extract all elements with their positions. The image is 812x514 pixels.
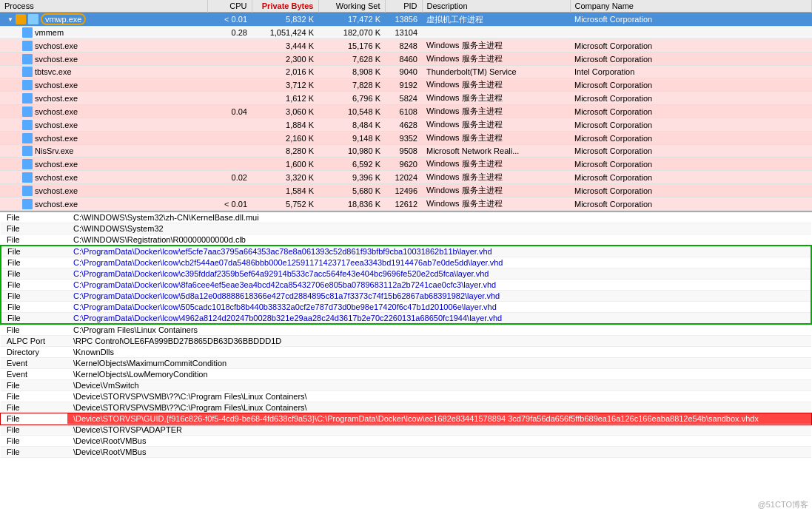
handle-type: File [1, 391, 67, 402]
process-name-cell: svchost.exe [0, 132, 207, 145]
col-cpu[interactable]: CPU [207, 0, 252, 13]
process-row[interactable]: svchost.exe3,444 K15,176 K8248Windows 服务… [0, 39, 812, 53]
process-working-set: 8,484 K [318, 118, 385, 132]
process-row[interactable]: svchost.exe1,884 K8,484 K4628Windows 服务主… [0, 118, 812, 132]
handle-row[interactable]: Event\KernelObjects\LowMemoryCondition [1, 369, 811, 380]
process-row[interactable]: svchost.exe< 0.015,752 K18,836 K12612Win… [0, 197, 812, 211]
handle-row[interactable]: FileC:\Program Files\Linux Containers [1, 324, 811, 336]
handle-type: File [1, 425, 67, 436]
process-company: Microsoft Corporation [570, 197, 812, 211]
handle-name: \Device\RootVMBus [67, 447, 811, 458]
handle-row[interactable]: FileC:\WINDOWS\System32\zh-CN\KernelBase… [1, 212, 811, 223]
handle-row[interactable]: Directory\KnownDlls [1, 347, 811, 358]
process-cpu [207, 92, 252, 105]
process-name-text: svchost.exe [35, 107, 78, 116]
handle-row[interactable]: FileC:\ProgramData\Docker\lcow\c395fddaf… [1, 268, 811, 280]
process-icon [22, 41, 33, 51]
col-pid[interactable]: PID [385, 0, 422, 13]
handle-name: C:\ProgramData\Docker\lcow\cb2f544ae07da… [67, 257, 811, 268]
process-row[interactable]: svchost.exe2,300 K7,628 K8460Windows 服务主… [0, 53, 812, 66]
handle-name: \Device\STORVSP\GUID,{f916c826-f0f5-4cd9… [67, 413, 811, 425]
process-pid: 9352 [385, 132, 422, 145]
handle-row[interactable]: File\Device\STORVSP\GUID,{f916c826-f0f5-… [1, 413, 811, 425]
expand-icon[interactable]: ▼ [7, 16, 13, 23]
handle-type: File [1, 436, 67, 447]
handle-name: \Device\RootVMBus [67, 436, 811, 447]
process-description: 虚拟机工作进程 [422, 13, 570, 27]
process-private-bytes: 1,584 K [252, 184, 318, 197]
process-row[interactable]: vmmem0.281,051,424 K182,070 K13104 [0, 27, 812, 39]
handle-row[interactable]: FileC:\ProgramData\Docker\lcow\4962a8124… [1, 313, 811, 325]
process-row[interactable]: svchost.exe0.023,320 K9,396 K12024Window… [0, 171, 812, 184]
process-working-set: 10,980 K [318, 145, 385, 158]
process-row[interactable]: ▼vmwp.exe< 0.015,832 K17,472 K13856虚拟机工作… [0, 13, 812, 27]
process-icon [22, 199, 33, 209]
process-name-cell: svchost.exe [0, 105, 207, 118]
handle-row[interactable]: File\Device\VmSwitch [1, 380, 811, 391]
handle-row[interactable]: File\Device\RootVMBus [1, 436, 811, 447]
process-name-text: svchost.exe [35, 200, 78, 209]
process-pid: 9192 [385, 78, 422, 92]
handle-name: C:\Program Files\Linux Containers [67, 324, 811, 336]
process-private-bytes: 2,300 K [252, 53, 318, 66]
handle-row[interactable]: File\Device\STORVSP\VSMB\??\C:\Program F… [1, 391, 811, 402]
handle-type: File [1, 257, 67, 268]
process-company: Microsoft Corporation [570, 158, 812, 171]
process-row[interactable]: svchost.exe2,160 K9,148 K9352Windows 服务主… [0, 132, 812, 145]
handle-type: File [1, 268, 67, 280]
handle-row[interactable]: FileC:\WINDOWS\System32 [1, 223, 811, 234]
handle-row[interactable]: File\Device\STORVSP\VSMB\??\C:\Program F… [1, 402, 811, 413]
process-row[interactable]: svchost.exe1,584 K5,680 K12496Windows 服务… [0, 184, 812, 197]
process-name-cell: svchost.exe [0, 39, 207, 53]
process-description: Windows 服务主进程 [422, 92, 570, 105]
process-row[interactable]: svchost.exe3,712 K7,828 K9192Windows 服务主… [0, 78, 812, 92]
handle-row[interactable]: FileC:\ProgramData\Docker\lcow\8fa6cee4e… [1, 280, 811, 291]
process-description: Windows 服务主进程 [422, 78, 570, 92]
process-private-bytes: 1,884 K [252, 118, 318, 132]
handle-name: C:\WINDOWS\Registration\R00000000000d.cl… [67, 234, 811, 246]
handle-row[interactable]: FileC:\ProgramData\Docker\lcow\5d8a12e0d… [1, 291, 811, 302]
col-description[interactable]: Description [422, 0, 570, 13]
handle-row[interactable]: ALPC Port\RPC Control\OLE6FA999BD27B865D… [1, 336, 811, 347]
process-icon [22, 133, 33, 143]
process-name-text: NisSrv.exe [35, 146, 73, 155]
process-row[interactable]: tbtsvc.exe2,016 K8,908 K9040Thunderbolt(… [0, 66, 812, 78]
process-private-bytes: 2,160 K [252, 132, 318, 145]
process-row[interactable]: svchost.exe1,600 K6,592 K9620Windows 服务主… [0, 158, 812, 171]
process-icon [22, 93, 33, 104]
handle-name: \Device\VmSwitch [67, 380, 811, 391]
process-cpu [207, 78, 252, 92]
process-private-bytes: 3,320 K [252, 171, 318, 184]
handle-name: C:\ProgramData\Docker\lcow\5d8a12e0d8888… [67, 291, 811, 302]
col-private-bytes[interactable]: Private Bytes [252, 0, 318, 13]
handle-type: File [1, 302, 67, 313]
col-working-set[interactable]: Working Set [318, 0, 385, 13]
process-company: Intel Corporation [570, 66, 812, 78]
process-name-cell: svchost.exe [0, 92, 207, 105]
handle-row[interactable]: FileC:\ProgramData\Docker\lcow\505cadc10… [1, 302, 811, 313]
handle-type: File [1, 223, 67, 234]
handle-row[interactable]: File\Device\RootVMBus [1, 447, 811, 458]
process-name-text: svchost.exe [35, 81, 78, 89]
process-row[interactable]: svchost.exe0.043,060 K10,548 K6108Window… [0, 105, 812, 118]
handle-row[interactable]: FileC:\ProgramData\Docker\lcow\ef5cfe7aa… [1, 246, 811, 257]
process-pid: 4628 [385, 118, 422, 132]
handles-section: Type Name FileC:\WINDOWS\System32\zh-CN\… [0, 212, 812, 458]
process-row[interactable]: svchost.exe1,612 K6,796 K5824Windows 服务主… [0, 92, 812, 105]
process-pid: 12612 [385, 197, 422, 211]
process-company: Microsoft Corporation [570, 171, 812, 184]
process-company: Microsoft Corporation [570, 145, 812, 158]
handle-row[interactable]: Event\KernelObjects\MaximumCommitConditi… [1, 358, 811, 369]
handle-row[interactable]: FileC:\WINDOWS\Registration\R00000000000… [1, 234, 811, 246]
process-cpu [207, 66, 252, 78]
handle-row[interactable]: File\Device\STORVSP\ADAPTER [1, 425, 811, 436]
process-cpu [207, 39, 252, 53]
process-company: Microsoft Corporation [570, 132, 812, 145]
col-company[interactable]: Company Name [570, 0, 812, 13]
process-row[interactable]: NisSrv.exe8,280 K10,980 K9508Microsoft N… [0, 145, 812, 158]
handle-row[interactable]: FileC:\ProgramData\Docker\lcow\cb2f544ae… [1, 257, 811, 268]
col-process[interactable]: Process [0, 0, 207, 13]
process-private-bytes: 1,612 K [252, 92, 318, 105]
handle-type: File [1, 234, 67, 246]
process-pid: 9620 [385, 158, 422, 171]
